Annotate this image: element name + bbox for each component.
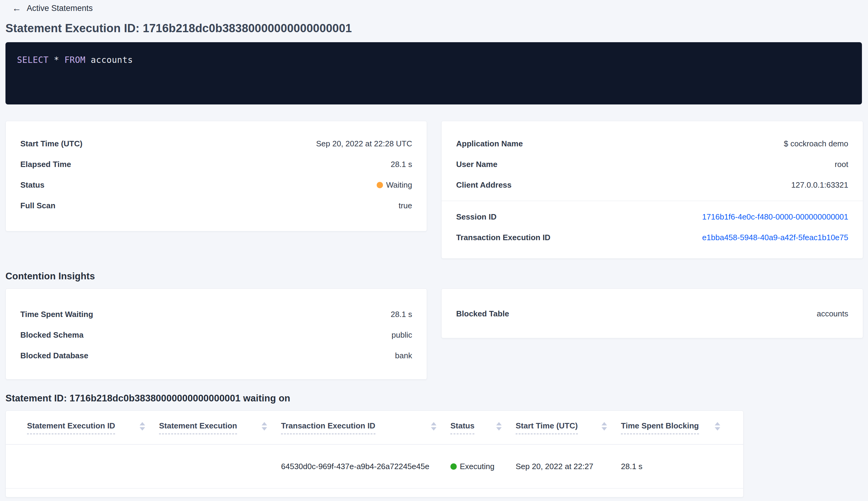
statement-execution-column-label: Statement Execution: [159, 421, 237, 434]
full-scan-value: true: [399, 201, 412, 211]
sort-arrows-icon[interactable]: [140, 422, 145, 430]
status-column-label: Status: [451, 421, 474, 434]
sort-arrows-icon[interactable]: [715, 422, 720, 430]
elapsed-time-value: 28.1 s: [391, 160, 412, 169]
transaction-execution-id-label: Transaction Execution ID: [456, 233, 551, 242]
contention-row-blocked-table: Blocked Table accounts: [442, 303, 863, 324]
statement-execution-id-column-label: Statement Execution ID: [27, 421, 115, 434]
blocked-table-label: Blocked Table: [456, 309, 509, 319]
column-header-start-time[interactable]: Start Time (UTC): [516, 421, 621, 434]
time-spent-blocking-column-label: Time Spent Blocking: [621, 421, 699, 434]
contention-row-time-spent-waiting: Time Spent Waiting 28.1 s: [6, 304, 427, 324]
application-name-value: $ cockroach demo: [784, 139, 848, 149]
back-arrow-icon: ←: [12, 4, 21, 13]
blocked-schema-value: public: [391, 330, 412, 340]
sort-arrows-icon[interactable]: [431, 422, 436, 430]
session-row-client-address: Client Address 127.0.0.1:63321: [442, 174, 863, 195]
start-time-value: Sep 20, 2022 at 22:28 UTC: [316, 139, 412, 149]
sql-statement-text: SELECT * FROM accounts: [17, 55, 133, 65]
waiting-on-table-header: Statement Execution ID Statement Executi…: [6, 411, 743, 445]
waiting-on-table-card: Statement Execution ID Statement Executi…: [6, 411, 744, 497]
overview-row-elapsed-time: Elapsed Time 28.1 s: [6, 154, 427, 174]
blocked-database-value: bank: [395, 351, 412, 360]
blocked-database-label: Blocked Database: [20, 351, 88, 360]
column-header-statement-execution-id[interactable]: Statement Execution ID: [27, 421, 159, 434]
session-card: Application Name $ cockroach demo User N…: [441, 121, 863, 259]
contention-cards-row: Time Spent Waiting 28.1 s Blocked Schema…: [6, 288, 863, 380]
status-label: Status: [20, 180, 44, 190]
status-waiting-dot-icon: [377, 182, 383, 188]
overview-card: Start Time (UTC) Sep 20, 2022 at 22:28 U…: [6, 121, 427, 231]
application-name-label: Application Name: [456, 139, 523, 149]
sql-statement-box: SELECT * FROM accounts: [6, 42, 862, 105]
sql-table-ref: accounts: [91, 55, 133, 65]
back-link-label: Active Statements: [27, 4, 93, 13]
elapsed-time-label: Elapsed Time: [20, 160, 71, 169]
cell-status-value: Executing: [460, 462, 495, 471]
column-header-status[interactable]: Status: [451, 421, 516, 434]
sql-keyword-from: FROM: [64, 55, 85, 65]
sort-arrows-icon[interactable]: [601, 422, 607, 430]
waiting-on-heading: Statement ID: 1716b218dc0b38380000000000…: [6, 393, 863, 404]
overview-row-status: Status Waiting: [6, 174, 427, 195]
status-executing-dot-icon: [451, 463, 457, 470]
transaction-execution-id-column-label: Transaction Execution ID: [281, 421, 376, 434]
session-id-label: Session ID: [456, 212, 497, 222]
summary-cards-row: Start Time (UTC) Sep 20, 2022 at 22:28 U…: [6, 121, 863, 259]
full-scan-label: Full Scan: [20, 201, 56, 211]
contention-row-blocked-schema: Blocked Schema public: [6, 324, 427, 345]
column-header-transaction-execution-id[interactable]: Transaction Execution ID: [281, 421, 451, 434]
session-row-application-name: Application Name $ cockroach demo: [442, 133, 863, 154]
sql-keyword-select: SELECT: [17, 55, 48, 65]
transaction-execution-id-link[interactable]: e1bba458-5948-40a9-a42f-5feac1b10e75: [702, 233, 848, 242]
status-value: Waiting: [386, 180, 412, 190]
session-row-user-name: User Name root: [442, 154, 863, 174]
page-title: Statement Execution ID: 1716b218dc0b3838…: [6, 22, 863, 35]
cell-status: Executing: [451, 462, 516, 471]
column-header-statement-execution[interactable]: Statement Execution: [159, 421, 281, 434]
start-time-column-label: Start Time (UTC): [516, 421, 578, 434]
cell-time-spent-blocking: 28.1 s: [621, 462, 734, 471]
status-badge: Waiting: [377, 180, 412, 190]
blocked-schema-label: Blocked Schema: [20, 330, 84, 340]
client-address-value: 127.0.0.1:63321: [791, 180, 848, 190]
statement-execution-detail-page: ← Active Statements Statement Execution …: [0, 0, 868, 497]
back-link-active-statements[interactable]: ← Active Statements: [12, 2, 93, 14]
session-id-link[interactable]: 1716b1f6-4e0c-f480-0000-000000000001: [702, 212, 848, 222]
time-spent-waiting-label: Time Spent Waiting: [20, 310, 93, 319]
contention-waiting-card: Time Spent Waiting 28.1 s Blocked Schema…: [6, 288, 427, 380]
sort-arrows-icon[interactable]: [496, 422, 502, 430]
blocked-table-value: accounts: [817, 309, 848, 319]
table-row: 64530d0c-969f-437e-a9b4-26a72245e45e Exe…: [6, 445, 743, 489]
user-name-value: root: [835, 160, 848, 169]
session-row-transaction-execution-id: Transaction Execution ID e1bba458-5948-4…: [442, 227, 863, 248]
start-time-label: Start Time (UTC): [20, 139, 83, 149]
sql-star: *: [54, 55, 59, 65]
session-card-divider: [442, 201, 863, 201]
contention-insights-heading: Contention Insights: [6, 271, 863, 282]
blocked-table-card: Blocked Table accounts: [441, 288, 863, 338]
overview-row-start-time: Start Time (UTC) Sep 20, 2022 at 22:28 U…: [6, 133, 427, 154]
time-spent-waiting-value: 28.1 s: [391, 310, 412, 319]
column-header-time-spent-blocking[interactable]: Time Spent Blocking: [621, 421, 734, 434]
cell-start-time: Sep 20, 2022 at 22:27: [516, 462, 621, 471]
session-row-session-id: Session ID 1716b1f6-4e0c-f480-0000-00000…: [442, 206, 863, 227]
cell-transaction-execution-id: 64530d0c-969f-437e-a9b4-26a72245e45e: [281, 462, 451, 471]
contention-row-blocked-database: Blocked Database bank: [6, 345, 427, 366]
client-address-label: Client Address: [456, 180, 512, 190]
overview-row-full-scan: Full Scan true: [6, 195, 427, 216]
user-name-label: User Name: [456, 160, 497, 169]
sort-arrows-icon[interactable]: [262, 422, 267, 430]
